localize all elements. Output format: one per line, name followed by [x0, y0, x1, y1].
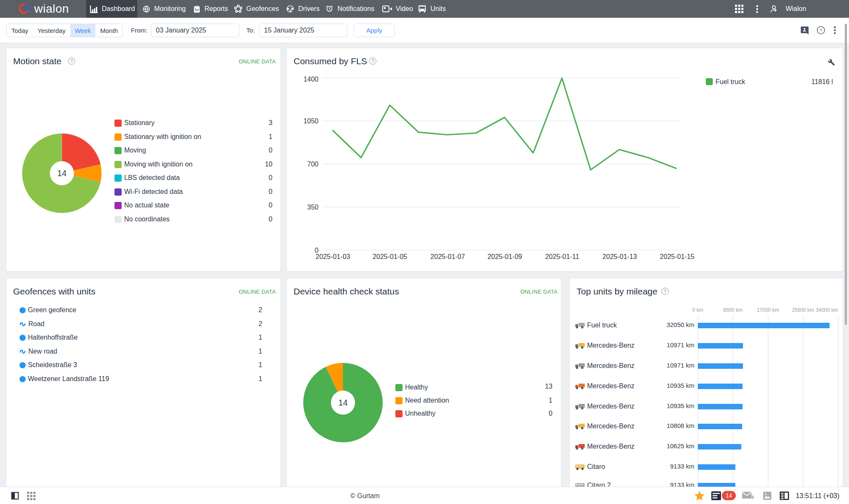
svg-text:25500 km: 25500 km	[792, 307, 814, 313]
svg-text:2025-01-03: 2025-01-03	[316, 253, 350, 260]
svg-text:?: ?	[819, 28, 822, 33]
svg-text:350: 350	[307, 204, 318, 211]
svg-text:700: 700	[307, 161, 318, 168]
svg-text:14: 14	[57, 169, 66, 178]
svg-text:1400: 1400	[303, 76, 318, 83]
svg-text:2025-01-15: 2025-01-15	[660, 253, 694, 260]
svg-text:11816 l: 11816 l	[811, 78, 833, 85]
svg-text:14: 14	[338, 398, 348, 407]
svg-text:2025-01-05: 2025-01-05	[373, 253, 407, 260]
svg-text:2025-01-13: 2025-01-13	[602, 253, 637, 260]
svg-text:34000 km: 34000 km	[816, 307, 838, 313]
svg-text:0 km: 0 km	[692, 307, 703, 313]
svg-text:2025-01-07: 2025-01-07	[430, 253, 465, 260]
svg-text:2025-01-09: 2025-01-09	[487, 253, 522, 260]
svg-text:Fuel truck: Fuel truck	[716, 78, 746, 85]
svg-text:1050: 1050	[303, 117, 318, 125]
svg-text:17000 km: 17000 km	[757, 307, 779, 313]
svg-text:8500 km: 8500 km	[723, 307, 743, 313]
svg-text:2025-01-11: 2025-01-11	[545, 253, 580, 260]
